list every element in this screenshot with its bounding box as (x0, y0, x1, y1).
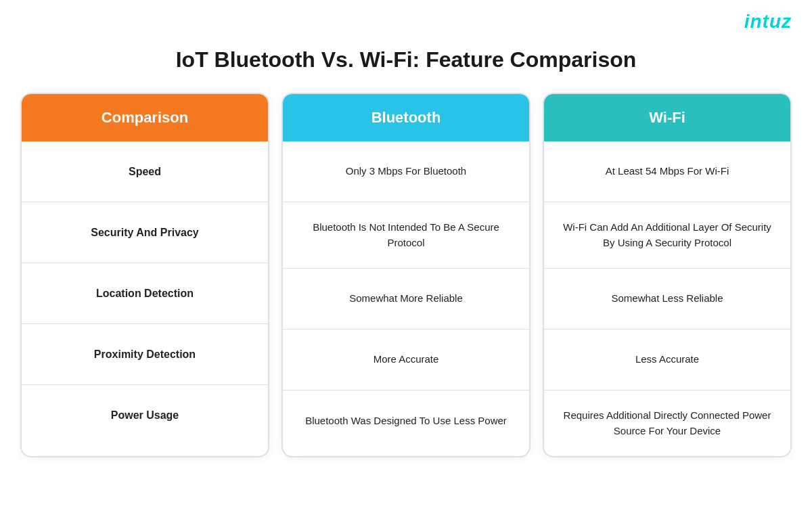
logo-text: intuz (744, 11, 792, 32)
comparison-row-1: Speed (22, 141, 268, 202)
bluetooth-row-4: More Accurate (283, 330, 529, 390)
comparison-header: Comparison (22, 94, 268, 141)
bluetooth-row-5: Bluetooth Was Designed To Use Less Power (283, 390, 529, 451)
wifi-row-3: Somewhat Less Reliable (544, 269, 790, 330)
comparison-column: Comparison Speed Security And Privacy Lo… (20, 93, 269, 457)
wifi-body: At Least 54 Mbps For Wi-Fi Wi-Fi Can Add… (544, 141, 790, 456)
bluetooth-row-3: Somewhat More Reliable (283, 269, 529, 330)
bluetooth-row-1: Only 3 Mbps For Bluetooth (283, 141, 529, 202)
wifi-row-5: Requires Additional Directly Connected P… (544, 390, 790, 456)
wifi-row-1: At Least 54 Mbps For Wi-Fi (544, 141, 790, 202)
bluetooth-column: Bluetooth Only 3 Mbps For Bluetooth Blue… (281, 93, 531, 457)
comparison-body: Speed Security And Privacy Location Dete… (22, 141, 268, 446)
comparison-row-5: Power Usage (22, 385, 268, 446)
wifi-row-4: Less Accurate (544, 330, 790, 390)
bluetooth-row-2: Bluetooth Is Not Intended To Be A Secure… (283, 202, 529, 269)
comparison-row-3: Location Detection (22, 263, 268, 324)
bluetooth-body: Only 3 Mbps For Bluetooth Bluetooth Is N… (283, 141, 529, 451)
wifi-row-2: Wi-Fi Can Add An Additional Layer Of Sec… (544, 202, 790, 269)
bluetooth-header: Bluetooth (283, 94, 529, 141)
wifi-column: Wi-Fi At Least 54 Mbps For Wi-Fi Wi-Fi C… (543, 93, 792, 457)
page-title: IoT Bluetooth Vs. Wi-Fi: Feature Compari… (176, 47, 637, 72)
wifi-header: Wi-Fi (544, 94, 790, 141)
logo: intuz (744, 11, 792, 32)
comparison-row-2: Security And Privacy (22, 202, 268, 263)
comparison-grid: Comparison Speed Security And Privacy Lo… (20, 93, 792, 457)
comparison-row-4: Proximity Detection (22, 324, 268, 385)
